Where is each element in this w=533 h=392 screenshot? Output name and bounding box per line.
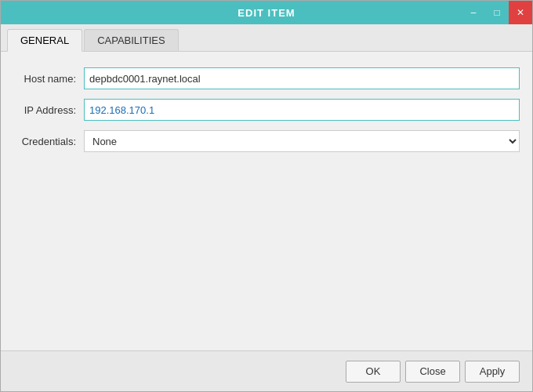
dialog-title: EDIT ITEM [178, 7, 355, 19]
credentials-label: Credentials: [13, 136, 84, 147]
hostname-row: Host name: [13, 67, 520, 89]
maximize-button[interactable]: □ [485, 1, 509, 24]
close-button[interactable]: Close [405, 361, 460, 383]
ip-label: IP Address: [13, 104, 84, 116]
minimize-button[interactable]: – [462, 1, 485, 24]
tab-capabilities[interactable]: CAPABILITIES [84, 29, 178, 51]
hostname-input[interactable] [84, 67, 520, 89]
dialog-footer: OK Close Apply [1, 350, 532, 391]
apply-button[interactable]: Apply [465, 361, 520, 383]
edit-item-dialog: EDIT ITEM – □ ✕ GENERAL CAPABILITIES Hos… [0, 0, 533, 392]
tab-general[interactable]: GENERAL [7, 29, 82, 52]
hostname-label: Host name: [13, 73, 84, 85]
credentials-select[interactable]: None [84, 130, 520, 152]
ip-input[interactable] [84, 99, 520, 121]
ok-button[interactable]: OK [346, 361, 401, 383]
title-bar: EDIT ITEM – □ ✕ [1, 1, 532, 24]
ip-row: IP Address: [13, 99, 520, 121]
tabs-bar: GENERAL CAPABILITIES [1, 24, 532, 52]
tab-content-general: Host name: IP Address: Credentials: None [1, 52, 532, 350]
title-bar-controls: – □ ✕ [355, 1, 532, 24]
close-icon-button[interactable]: ✕ [509, 1, 532, 24]
credentials-row: Credentials: None [13, 130, 520, 152]
